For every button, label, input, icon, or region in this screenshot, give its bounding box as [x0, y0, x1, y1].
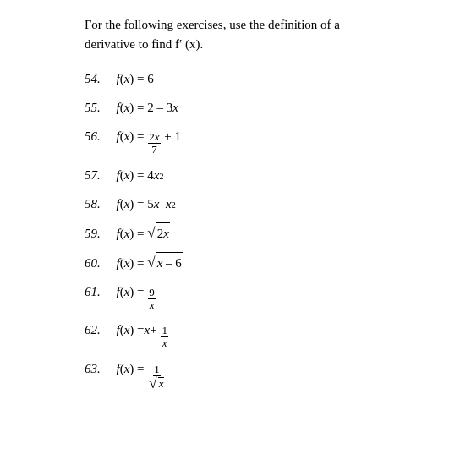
ex-num-62: 62. — [85, 320, 110, 340]
ex-content-54: f(x) = 6 — [110, 68, 154, 89]
ex-num-60: 60. — [85, 253, 110, 273]
ex-num-61: 61. — [85, 282, 110, 302]
ex-content-60: f(x) = √x – 6 — [110, 252, 183, 273]
ex-num-59: 59. — [85, 223, 110, 243]
ex-content-56: f(x) = 2x 7 + 1 — [110, 126, 181, 156]
fraction-1-x: 1 x — [161, 325, 168, 350]
ex-content-59: f(x) = √2x — [110, 222, 170, 243]
exercise-63: 63. f(x) = 1 √x — [85, 358, 424, 391]
exercise-56: 56. f(x) = 2x 7 + 1 — [85, 126, 424, 156]
ex-content-57: f(x) = 4x2 — [110, 165, 163, 185]
exercise-58: 58. f(x) = 5x – x2 — [85, 194, 424, 214]
exercise-60: 60. f(x) = √x – 6 — [85, 252, 424, 273]
fraction-1-sqrtx: 1 √x — [148, 364, 165, 391]
exercise-59: 59. f(x) = √2x — [85, 222, 424, 243]
exercise-list: 54. f(x) = 6 55. f(x) = 2 – 3x 56. f(x) … — [85, 68, 424, 391]
exercise-62: 62. f(x) = x + 1 x — [85, 320, 424, 350]
exercise-54: 54. f(x) = 6 — [85, 68, 424, 89]
ex-num-56: 56. — [85, 126, 110, 146]
ex-num-63: 63. — [85, 358, 110, 379]
ex-num-58: 58. — [85, 194, 110, 214]
ex-num-55: 55. — [85, 97, 110, 118]
exercise-61: 61. f(x) = 9 x — [85, 282, 424, 312]
ex-num-54: 54. — [85, 68, 110, 89]
exercise-55: 55. f(x) = 2 – 3x — [85, 97, 424, 118]
ex-content-62: f(x) = x + 1 x — [110, 320, 169, 350]
sqrt-x-minus-6: √x – 6 — [147, 252, 183, 273]
ex-num-57: 57. — [85, 165, 110, 185]
exercise-57: 57. f(x) = 4x2 — [85, 165, 424, 185]
ex-content-55: f(x) = 2 – 3x — [110, 97, 178, 118]
ex-content-63: f(x) = 1 √x — [110, 358, 166, 391]
fraction-2x-7: 2x 7 — [148, 131, 160, 156]
intro-text: For the following exercises, use the def… — [85, 15, 424, 53]
fraction-9-x: 9 x — [148, 287, 156, 312]
ex-content-61: f(x) = 9 x — [110, 282, 156, 312]
ex-content-58: f(x) = 5x – x2 — [110, 194, 176, 214]
sqrt-2x: √2x — [147, 222, 170, 243]
sqrt-x-denom: √x — [149, 376, 164, 391]
